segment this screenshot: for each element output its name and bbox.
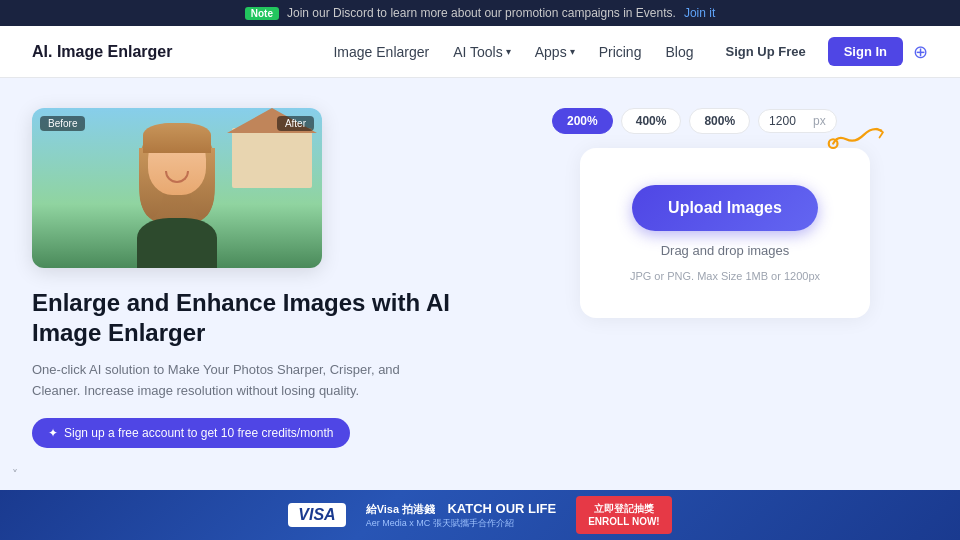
ad-headline: 給Visa 拍港錢 KATCH OUR LIFE bbox=[366, 501, 557, 517]
chevron-down-icon: ▾ bbox=[506, 46, 511, 57]
scroll-indicator: ˅ bbox=[12, 468, 18, 482]
hair-front bbox=[143, 123, 211, 153]
ad-banner[interactable]: VISA 給Visa 拍港錢 KATCH OUR LIFE Aer Media … bbox=[0, 490, 960, 540]
nav-apps[interactable]: Apps ▾ bbox=[535, 44, 575, 60]
nav-links: Image Enlarger AI Tools ▾ Apps ▾ Pricing… bbox=[333, 44, 693, 60]
upload-section: 200% 400% 800% px Upload Images Drag and… bbox=[532, 108, 928, 538]
format-info-text: JPG or PNG. Max Size 1MB or 1200px bbox=[630, 270, 820, 282]
hero-headline: Enlarge and Enhance Images with AI Image… bbox=[32, 288, 492, 348]
cta-label: Sign up a free account to get 10 free cr… bbox=[64, 426, 334, 440]
sample-image bbox=[32, 108, 322, 268]
chevron-down-icon: ▾ bbox=[570, 46, 575, 57]
nav-ai-tools[interactable]: AI Tools ▾ bbox=[453, 44, 511, 60]
nav-pricing[interactable]: Pricing bbox=[599, 44, 642, 60]
discord-icon[interactable]: ⊕ bbox=[913, 41, 928, 63]
banner-link[interactable]: Join it bbox=[684, 6, 715, 20]
zoom-400-button[interactable]: 400% bbox=[621, 108, 682, 134]
bg-decoration bbox=[232, 128, 312, 188]
main-content: Before After Enlarge and Enhance Images … bbox=[0, 78, 960, 538]
signin-button[interactable]: Sign In bbox=[828, 37, 903, 66]
ad-subtitle: Aer Media x MC 張天賦攜手合作介紹 bbox=[366, 517, 557, 530]
zoom-custom-input[interactable] bbox=[769, 114, 809, 128]
arrow-decoration-icon bbox=[820, 118, 890, 178]
body bbox=[137, 218, 217, 268]
banner-message: Join our Discord to learn more about our… bbox=[287, 6, 676, 20]
nav-image-enlarger[interactable]: Image Enlarger bbox=[333, 44, 429, 60]
star-icon: ✦ bbox=[48, 426, 58, 440]
smile bbox=[165, 171, 189, 183]
nav-blog[interactable]: Blog bbox=[665, 44, 693, 60]
hero-subtext: One-click AI solution to Make Your Photo… bbox=[32, 360, 412, 402]
zoom-200-button[interactable]: 200% bbox=[552, 108, 613, 134]
upload-images-button[interactable]: Upload Images bbox=[632, 185, 818, 231]
announcement-banner: Note Join our Discord to learn more abou… bbox=[0, 0, 960, 26]
zoom-800-button[interactable]: 800% bbox=[689, 108, 750, 134]
magnification-bar: 200% 400% 800% px bbox=[552, 108, 837, 134]
katch-text: KATCH OUR LIFE bbox=[447, 501, 556, 516]
visa-logo: VISA bbox=[288, 503, 345, 527]
before-badge: Before bbox=[40, 116, 85, 131]
navbar: AI. Image Enlarger Image Enlarger AI Too… bbox=[0, 26, 960, 78]
ad-cta-button[interactable]: 立即登記抽獎ENROLL NOW! bbox=[576, 496, 671, 534]
ad-content: VISA 給Visa 拍港錢 KATCH OUR LIFE Aer Media … bbox=[288, 496, 671, 534]
ad-main-text: 給Visa 拍港錢 KATCH OUR LIFE Aer Media x MC … bbox=[366, 501, 557, 530]
nav-actions: Sign Up Free Sign In ⊕ bbox=[713, 37, 928, 66]
before-after-image: Before After bbox=[32, 108, 322, 268]
hero-section: Before After Enlarge and Enhance Images … bbox=[32, 108, 492, 538]
free-account-cta[interactable]: ✦ Sign up a free account to get 10 free … bbox=[32, 418, 350, 448]
drag-drop-text: Drag and drop images bbox=[661, 243, 790, 258]
site-logo[interactable]: AI. Image Enlarger bbox=[32, 43, 173, 61]
arrow-decoration-container: Upload Images Drag and drop images JPG o… bbox=[580, 148, 880, 318]
after-badge: After bbox=[277, 116, 314, 131]
signup-button[interactable]: Sign Up Free bbox=[713, 38, 817, 65]
note-badge: Note bbox=[245, 7, 279, 20]
